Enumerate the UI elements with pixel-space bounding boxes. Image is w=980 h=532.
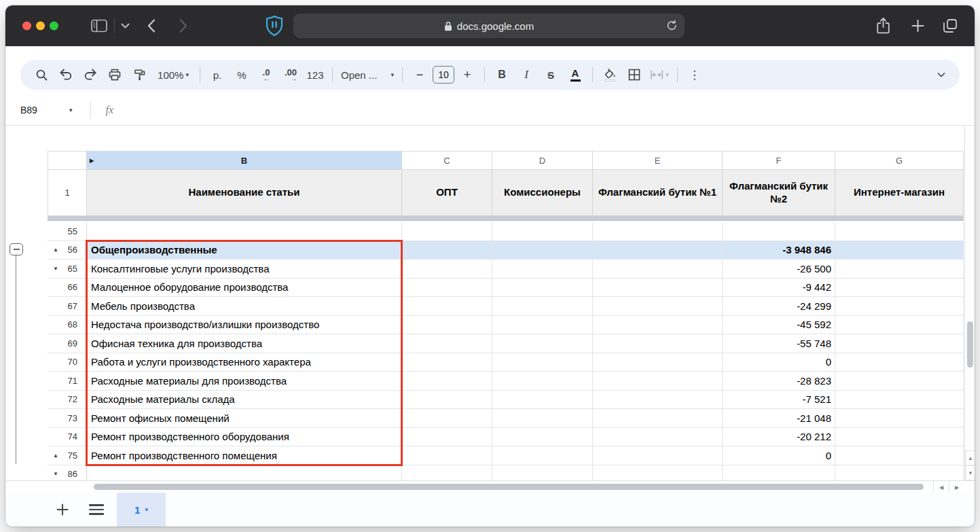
cell-D72[interactable] bbox=[492, 391, 593, 410]
column-header-F[interactable]: F bbox=[723, 151, 835, 170]
cell-C71[interactable] bbox=[402, 372, 492, 391]
select-all-corner[interactable] bbox=[48, 151, 87, 170]
row-header-67[interactable]: 67 bbox=[48, 297, 87, 316]
cell-F72[interactable]: -7 521 bbox=[723, 391, 835, 410]
cell-D75[interactable] bbox=[492, 446, 593, 465]
text-color-button[interactable]: A bbox=[564, 63, 587, 86]
cell-D67[interactable] bbox=[492, 297, 593, 316]
sheet-tab-1[interactable]: 1 ▾ bbox=[117, 493, 166, 527]
header-cell-E1[interactable]: Флагманский бутик №1 bbox=[593, 170, 723, 216]
cell-F66[interactable]: -9 442 bbox=[723, 279, 835, 298]
back-button[interactable] bbox=[147, 19, 156, 33]
frozen-row-separator[interactable] bbox=[48, 216, 964, 221]
address-bar[interactable]: docs.google.com bbox=[293, 14, 685, 38]
tab-overview-button[interactable] bbox=[943, 18, 958, 33]
cell-E73[interactable] bbox=[593, 409, 723, 428]
zoom-select[interactable]: 100% ▾ bbox=[152, 63, 194, 86]
cell-E56[interactable] bbox=[593, 241, 723, 260]
cell-B67[interactable]: Мебель производства bbox=[87, 297, 402, 316]
close-button[interactable] bbox=[22, 22, 31, 31]
cell-F55[interactable] bbox=[723, 222, 835, 241]
cell-C67[interactable] bbox=[402, 297, 492, 316]
fullscreen-button[interactable] bbox=[50, 22, 58, 31]
column-header-D[interactable]: D bbox=[492, 151, 593, 170]
cell-E74[interactable] bbox=[593, 428, 723, 447]
cell-C73[interactable] bbox=[402, 409, 492, 428]
decrease-font-size-button[interactable]: − bbox=[408, 63, 431, 86]
cell-C74[interactable] bbox=[402, 428, 492, 447]
merge-cells-button[interactable]: ▾ bbox=[647, 63, 672, 86]
cell-C55[interactable] bbox=[402, 222, 492, 241]
cell-G67[interactable] bbox=[835, 297, 964, 316]
forward-button[interactable] bbox=[179, 19, 188, 33]
cell-D69[interactable] bbox=[492, 334, 593, 353]
more-toolbar-button[interactable]: ⋮ bbox=[683, 63, 706, 86]
new-tab-button[interactable] bbox=[911, 20, 924, 33]
cell-E66[interactable] bbox=[593, 279, 723, 298]
cell-E68[interactable] bbox=[593, 316, 723, 335]
cell-E55[interactable] bbox=[593, 222, 723, 241]
cell-E65[interactable] bbox=[593, 260, 723, 279]
cell-F67[interactable]: -24 299 bbox=[723, 297, 835, 316]
sidebar-toggle-button[interactable] bbox=[91, 20, 107, 33]
borders-button[interactable] bbox=[623, 63, 646, 86]
row-header-1[interactable]: 1 bbox=[48, 170, 87, 216]
cell-F71[interactable]: -28 823 bbox=[723, 372, 835, 391]
cell-F56[interactable]: -3 948 846 bbox=[723, 241, 835, 260]
cell-F75[interactable]: 0 bbox=[723, 446, 835, 465]
cell-F68[interactable]: -45 592 bbox=[723, 316, 835, 335]
minimize-button[interactable] bbox=[36, 22, 45, 31]
cell-D71[interactable] bbox=[492, 372, 593, 391]
header-cell-B1[interactable]: Наименование статьи bbox=[87, 170, 402, 216]
cell-B56[interactable]: Общепроизводственные bbox=[87, 241, 402, 260]
cell-D65[interactable] bbox=[492, 260, 593, 279]
row-header-70[interactable]: 70 bbox=[48, 353, 87, 372]
column-header-B[interactable]: ▶B bbox=[87, 151, 402, 170]
scroll-up-button[interactable]: ▲ bbox=[965, 450, 975, 465]
cell-D66[interactable] bbox=[492, 279, 593, 298]
cell-B72[interactable]: Расходные материалы склада bbox=[87, 391, 402, 410]
cell-C56[interactable] bbox=[402, 241, 492, 260]
cell-B66[interactable]: Малоценное оборудование производства bbox=[87, 279, 402, 298]
scroll-right-button[interactable]: ▶ bbox=[949, 481, 964, 493]
group-collapse-up-icon[interactable]: ▲ bbox=[53, 453, 58, 459]
cell-D74[interactable] bbox=[492, 428, 593, 447]
group-expand-down-icon[interactable]: ▼ bbox=[53, 471, 58, 477]
cell-G75[interactable] bbox=[835, 446, 964, 465]
horizontal-scrollbar-thumb[interactable] bbox=[94, 484, 924, 490]
cell-B70[interactable]: Работа и услуги производственного характ… bbox=[87, 353, 402, 372]
vertical-scrollbar-thumb[interactable] bbox=[967, 321, 973, 368]
currency-format-button[interactable]: р. bbox=[206, 63, 229, 86]
horizontal-scrollbar[interactable]: ◀ ▶ bbox=[5, 480, 975, 493]
cell-E67[interactable] bbox=[593, 297, 723, 316]
row-header-55[interactable]: 55 bbox=[48, 222, 87, 241]
cell-B69[interactable]: Офисная техника для производства bbox=[87, 334, 402, 353]
hide-menus-button[interactable] bbox=[930, 63, 953, 86]
cell-C70[interactable] bbox=[402, 353, 492, 372]
cell-G69[interactable] bbox=[835, 334, 964, 353]
column-header-C[interactable]: C bbox=[402, 151, 492, 170]
vertical-scrollbar[interactable]: ▲ ▼ bbox=[964, 126, 975, 480]
increase-font-size-button[interactable]: + bbox=[456, 63, 479, 86]
row-header-66[interactable]: 66 bbox=[48, 279, 87, 298]
cell-F70[interactable]: 0 bbox=[723, 353, 835, 372]
sidebar-chevron-icon[interactable] bbox=[121, 23, 130, 29]
more-formats-button[interactable]: 123 bbox=[304, 63, 327, 86]
row-header-71[interactable]: 71 bbox=[48, 372, 87, 391]
percent-format-button[interactable]: % bbox=[230, 63, 253, 86]
cell-B55[interactable] bbox=[87, 222, 402, 241]
cell-C66[interactable] bbox=[402, 279, 492, 298]
bold-button[interactable]: B bbox=[490, 63, 513, 86]
cell-C72[interactable] bbox=[402, 391, 492, 410]
cell-D68[interactable] bbox=[492, 316, 593, 335]
group-expand-down-icon[interactable]: ▼ bbox=[53, 266, 58, 272]
sheet-tab-chevron-icon[interactable]: ▾ bbox=[145, 506, 148, 513]
cell-F73[interactable]: -21 048 bbox=[723, 409, 835, 428]
cell-G68[interactable] bbox=[835, 316, 964, 335]
cell-B73[interactable]: Ремонт офисных помещений bbox=[87, 409, 402, 428]
cell-G74[interactable] bbox=[835, 428, 964, 447]
content-blocker-shield-icon[interactable] bbox=[265, 15, 284, 37]
cell-G71[interactable] bbox=[835, 372, 964, 391]
cell-B71[interactable]: Расходные материалы для производства bbox=[87, 372, 402, 391]
cell-D73[interactable] bbox=[492, 409, 593, 428]
